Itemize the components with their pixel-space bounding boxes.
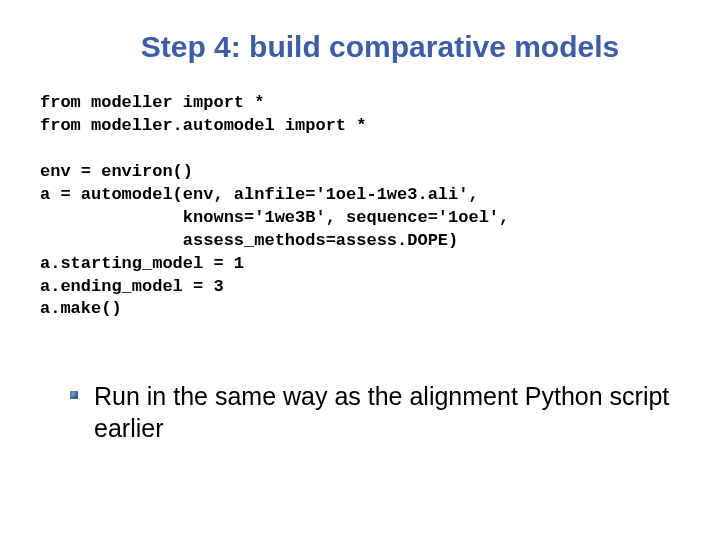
slide-title: Step 4: build comparative models (40, 30, 680, 64)
bullet-list: Run in the same way as the alignment Pyt… (40, 381, 680, 444)
code-block: from modeller import * from modeller.aut… (40, 92, 680, 321)
slide: Step 4: build comparative models from mo… (0, 0, 720, 540)
bullet-item: Run in the same way as the alignment Pyt… (70, 381, 680, 444)
bullet-marker-icon (70, 391, 78, 399)
bullet-text: Run in the same way as the alignment Pyt… (94, 382, 669, 441)
